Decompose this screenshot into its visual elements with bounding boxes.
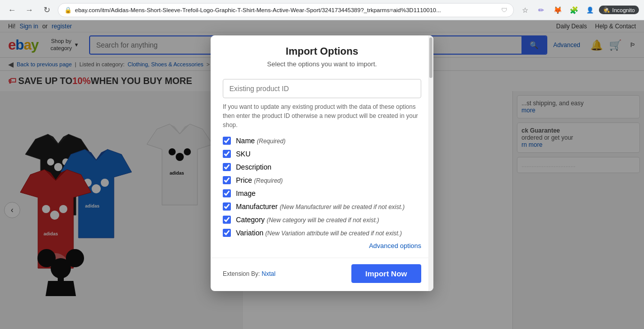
- option-description-label[interactable]: Description: [236, 163, 271, 171]
- option-name-row: Name (Required): [223, 137, 421, 145]
- option-variation-checkbox[interactable]: [223, 229, 231, 237]
- option-category-checkbox[interactable]: [223, 216, 231, 224]
- option-sku-row: SKU: [223, 150, 421, 158]
- refresh-button[interactable]: ↻: [39, 3, 54, 17]
- browser-nav-icons: ← → ↻: [5, 3, 54, 17]
- modal-header: Import Options Select the options you wa…: [211, 35, 433, 73]
- star-button[interactable]: ☆: [518, 3, 532, 17]
- extension-by: Extension By: Nxtal: [223, 270, 275, 277]
- profile-button[interactable]: 👤: [583, 3, 597, 17]
- option-price-label[interactable]: Price (Required): [236, 176, 283, 184]
- extension-button[interactable]: 🦊: [550, 3, 565, 17]
- scrollbar-thumb: [429, 37, 432, 78]
- option-manufacturer-checkbox[interactable]: [223, 202, 231, 211]
- modal-footer: Extension By: Nxtal Import Now: [211, 258, 433, 291]
- incognito-icon: 🕵️: [603, 7, 610, 13]
- option-image-row: Image: [223, 189, 421, 197]
- advanced-options-section: Advanced options: [223, 242, 421, 250]
- incognito-badge: 🕵️ Incognito: [599, 6, 639, 14]
- option-manufacturer-row: Manufacturer (New Manufacturer will be c…: [223, 202, 421, 211]
- option-price-checkbox[interactable]: [223, 176, 231, 184]
- pen-button[interactable]: ✏: [534, 3, 548, 17]
- forward-button[interactable]: →: [22, 3, 36, 17]
- option-sku-label[interactable]: SKU: [236, 150, 251, 158]
- puzzle-button[interactable]: 🧩: [567, 3, 581, 17]
- product-id-input[interactable]: [223, 79, 421, 98]
- extension-link[interactable]: Nxtal: [262, 270, 275, 277]
- browser-bar: ← → ↻ 🔒 ebay.com/itm/Adidas-Mens-Short-S…: [0, 0, 644, 20]
- extension-by-label: Extension By:: [223, 270, 260, 277]
- option-description-row: Description: [223, 163, 421, 171]
- option-image-checkbox[interactable]: [223, 189, 231, 197]
- incognito-label: Incognito: [612, 7, 635, 13]
- option-name-label[interactable]: Name (Required): [236, 137, 286, 145]
- url-text: ebay.com/itm/Adidas-Mens-Short-Sleeve-Tr…: [75, 7, 498, 13]
- option-sku-checkbox[interactable]: [223, 150, 231, 158]
- modal-title: Import Options: [223, 46, 421, 57]
- option-category-label[interactable]: Category (New category will be created i…: [236, 216, 379, 224]
- option-name-checkbox[interactable]: [223, 137, 231, 145]
- back-button[interactable]: ←: [5, 3, 19, 17]
- lock-icon: 🔒: [64, 7, 72, 14]
- browser-actions: ☆ ✏ 🦊 🧩 👤 🕵️ Incognito: [518, 3, 639, 17]
- helper-text: If you want to update any existing produ…: [223, 102, 421, 130]
- modal-subtitle: Select the options you want to import.: [223, 60, 421, 68]
- shield-icon: 🛡: [501, 7, 507, 14]
- modal-scrollbar[interactable]: [428, 35, 433, 291]
- modal-body: If you want to update any existing produ…: [211, 73, 433, 258]
- option-category-row: Category (New category will be created i…: [223, 216, 421, 224]
- option-description-checkbox[interactable]: [223, 163, 231, 171]
- import-options-modal: Import Options Select the options you wa…: [211, 35, 433, 291]
- option-price-row: Price (Required): [223, 176, 421, 184]
- option-manufacturer-label[interactable]: Manufacturer (New Manufacturer will be c…: [236, 202, 405, 211]
- option-image-label[interactable]: Image: [236, 189, 256, 197]
- option-variation-row: Variation (New Variation attribute will …: [223, 229, 421, 237]
- address-bar[interactable]: 🔒 ebay.com/itm/Adidas-Mens-Short-Sleeve-…: [58, 3, 514, 17]
- option-variation-label[interactable]: Variation (New Variation attribute will …: [236, 229, 402, 237]
- import-now-button[interactable]: Import Now: [351, 264, 422, 283]
- advanced-options-link[interactable]: Advanced options: [369, 242, 421, 250]
- ebay-page: Hi! Sign in or register Daily Deals Help…: [0, 20, 644, 329]
